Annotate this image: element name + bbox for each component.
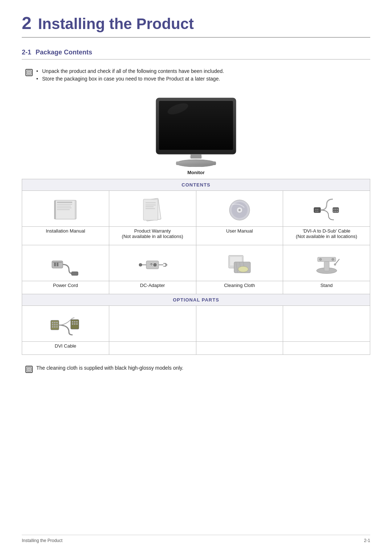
svg-point-26 — [238, 209, 241, 211]
label-cleaning-cloth: Cleaning Cloth — [196, 281, 283, 294]
svg-rect-73 — [72, 321, 73, 323]
svg-rect-28 — [315, 209, 317, 210]
chapter-heading: 2 Installing the Product — [22, 15, 370, 38]
svg-point-34 — [335, 209, 336, 210]
label-optional-empty-3 — [283, 342, 370, 355]
svg-rect-42 — [72, 272, 78, 275]
svg-rect-71 — [56, 326, 58, 328]
label-user-manual: User Manual — [196, 227, 283, 245]
svg-rect-31 — [317, 211, 318, 212]
contents-img-row-2 — [22, 245, 370, 281]
svg-point-54 — [238, 266, 248, 272]
label-dvi-cable: DVI Cable — [22, 342, 109, 355]
note-icon: i — [25, 69, 33, 76]
optional-header-cell: OPTIONAL PARTS — [22, 294, 370, 306]
optional-img-row — [22, 306, 370, 342]
svg-rect-44 — [146, 261, 159, 269]
svg-rect-77 — [74, 323, 75, 325]
section-number: 2-1 — [22, 49, 31, 56]
monitor-container: SAMSUNG Monitor — [22, 94, 370, 175]
svg-rect-20 — [146, 205, 156, 205]
svg-rect-12 — [57, 204, 72, 205]
svg-rect-11 — [57, 202, 72, 203]
note-item-2: Store the packaging box in case you need… — [36, 76, 224, 82]
item-img-user-manual — [196, 191, 283, 227]
label-product-warranty: Product Warranty (Not available in all l… — [109, 227, 196, 245]
bottom-note-text: The cleaning cloth is supplied with blac… — [36, 365, 183, 373]
contents-header-row: CONTENTS — [22, 179, 370, 191]
svg-rect-75 — [76, 321, 78, 323]
section-title: Package Contents — [36, 49, 92, 56]
svg-rect-70 — [54, 326, 56, 328]
svg-text:i: i — [29, 71, 29, 74]
item-img-empty-1 — [109, 306, 196, 342]
svg-rect-68 — [56, 324, 58, 325]
svg-text:i: i — [29, 368, 29, 371]
svg-point-35 — [337, 209, 338, 210]
item-img-stand — [283, 245, 370, 281]
item-img-dvia-cable — [283, 191, 370, 227]
label-optional-empty-2 — [196, 342, 283, 355]
svg-rect-67 — [54, 324, 56, 325]
svg-point-37 — [335, 211, 336, 212]
section-heading: 2-1 Package Contents — [22, 49, 370, 59]
svg-rect-63 — [52, 322, 53, 323]
contents-label-row-1: Installation Manual Product Warranty (No… — [22, 227, 370, 245]
chapter-number: 2 — [22, 15, 32, 32]
svg-point-38 — [337, 211, 338, 212]
monitor-image: SAMSUNG — [145, 94, 247, 167]
notes-list: Unpack the product and check if all of t… — [36, 68, 224, 83]
label-power-cord: Power Cord — [22, 281, 109, 294]
svg-rect-13 — [57, 206, 71, 206]
monitor-label: Monitor — [187, 170, 205, 175]
svg-rect-43 — [53, 262, 62, 263]
item-img-dc-adapter — [109, 245, 196, 281]
svg-rect-15 — [57, 209, 70, 210]
svg-point-61 — [334, 263, 336, 266]
svg-point-56 — [319, 258, 322, 260]
bottom-note: i The cleaning cloth is supplied with bl… — [22, 365, 370, 373]
svg-rect-6 — [191, 154, 201, 159]
footer-right: 2-1 — [364, 538, 370, 543]
item-img-power-cord — [22, 245, 109, 281]
item-img-empty-3 — [283, 306, 370, 342]
label-dc-adapter: DC-Adapter — [109, 281, 196, 294]
contents-table: CONTENTS — [22, 179, 370, 355]
svg-point-33 — [333, 209, 334, 210]
item-img-cleaning-cloth — [196, 245, 283, 281]
item-img-empty-2 — [196, 306, 283, 342]
svg-rect-8 — [176, 161, 216, 165]
bottom-note-icon: i — [25, 366, 33, 373]
label-installation-manual: Installation Manual — [22, 227, 109, 245]
svg-rect-76 — [72, 323, 73, 325]
svg-rect-29 — [317, 209, 318, 210]
svg-rect-69 — [52, 326, 53, 328]
note-item-1: Unpack the product and check if all of t… — [36, 68, 224, 74]
svg-rect-18 — [143, 199, 158, 220]
svg-point-45 — [139, 263, 142, 266]
item-img-dvi-cable — [22, 306, 109, 342]
contents-header-cell: CONTENTS — [22, 179, 370, 191]
svg-rect-14 — [57, 208, 72, 208]
svg-rect-64 — [54, 322, 56, 323]
contents-label-row-2: Power Cord DC-Adapter Cleaning Cloth Sta… — [22, 281, 370, 294]
optional-header-row: OPTIONAL PARTS — [22, 294, 370, 306]
item-img-installation-manual — [22, 191, 109, 227]
svg-rect-22 — [146, 208, 155, 209]
svg-rect-16 — [54, 201, 56, 219]
svg-rect-66 — [52, 324, 53, 325]
label-optional-empty-1 — [109, 342, 196, 355]
svg-point-47 — [154, 263, 156, 266]
label-dvia-cable: 'DVI-A to D-Sub' Cable (Not available in… — [283, 227, 370, 245]
svg-point-57 — [332, 258, 334, 260]
svg-rect-19 — [146, 202, 156, 203]
svg-rect-21 — [146, 206, 154, 207]
svg-point-46 — [165, 264, 167, 266]
label-stand: Stand — [283, 281, 370, 294]
contents-img-row-1 — [22, 191, 370, 227]
svg-rect-41 — [57, 263, 58, 266]
svg-point-36 — [333, 211, 334, 212]
item-img-product-warranty — [109, 191, 196, 227]
svg-rect-65 — [56, 322, 58, 323]
footer-left: Installing the Product — [22, 538, 62, 543]
